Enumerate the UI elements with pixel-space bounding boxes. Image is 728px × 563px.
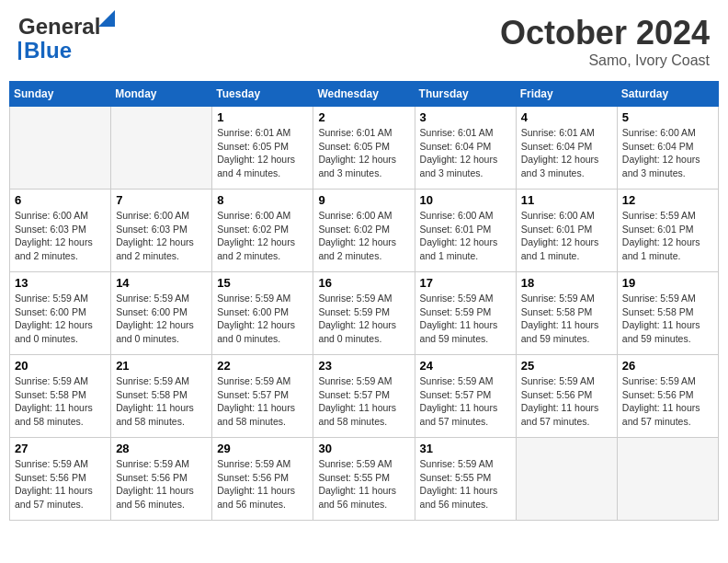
day-number: 23 bbox=[318, 359, 409, 373]
day-info: Sunrise: 6:00 AM Sunset: 6:04 PM Dayligh… bbox=[622, 126, 713, 180]
calendar-cell: 8Sunrise: 6:00 AM Sunset: 6:02 PM Daylig… bbox=[212, 190, 313, 272]
day-number: 26 bbox=[622, 359, 713, 373]
day-info: Sunrise: 6:00 AM Sunset: 6:02 PM Dayligh… bbox=[217, 209, 308, 263]
day-number: 9 bbox=[318, 193, 409, 207]
calendar-cell: 24Sunrise: 5:59 AM Sunset: 5:57 PM Dayli… bbox=[415, 355, 516, 438]
day-number: 11 bbox=[521, 193, 612, 207]
calendar-cell: 9Sunrise: 6:00 AM Sunset: 6:02 PM Daylig… bbox=[313, 190, 415, 272]
day-info: Sunrise: 5:59 AM Sunset: 5:56 PM Dayligh… bbox=[217, 457, 308, 511]
calendar-cell: 15Sunrise: 5:59 AM Sunset: 6:00 PM Dayli… bbox=[212, 272, 313, 355]
title-area: October 2024 Samo, Ivory Coast bbox=[500, 14, 710, 69]
day-number: 27 bbox=[15, 442, 106, 455]
weekday-header-monday: Monday bbox=[111, 82, 212, 107]
day-number: 22 bbox=[217, 359, 308, 373]
day-info: Sunrise: 5:59 AM Sunset: 5:55 PM Dayligh… bbox=[318, 457, 409, 511]
calendar-cell: 5Sunrise: 6:00 AM Sunset: 6:04 PM Daylig… bbox=[617, 107, 718, 190]
calendar-cell: 14Sunrise: 5:59 AM Sunset: 6:00 PM Dayli… bbox=[111, 272, 212, 355]
logo-bar bbox=[18, 41, 21, 60]
day-number: 16 bbox=[318, 276, 409, 290]
calendar-cell bbox=[10, 107, 111, 190]
day-info: Sunrise: 5:59 AM Sunset: 5:58 PM Dayligh… bbox=[15, 374, 106, 429]
day-number: 24 bbox=[420, 359, 511, 373]
day-number: 18 bbox=[521, 276, 612, 290]
day-number: 13 bbox=[15, 276, 106, 290]
calendar-cell: 1Sunrise: 6:01 AM Sunset: 6:05 PM Daylig… bbox=[212, 107, 313, 190]
day-number: 31 bbox=[420, 442, 511, 455]
calendar-cell: 10Sunrise: 6:00 AM Sunset: 6:01 PM Dayli… bbox=[415, 190, 516, 272]
day-info: Sunrise: 5:59 AM Sunset: 5:56 PM Dayligh… bbox=[521, 374, 612, 429]
day-number: 17 bbox=[420, 276, 511, 290]
calendar-cell: 6Sunrise: 6:00 AM Sunset: 6:03 PM Daylig… bbox=[10, 190, 111, 272]
location: Samo, Ivory Coast bbox=[500, 52, 710, 69]
weekday-header-thursday: Thursday bbox=[415, 82, 516, 107]
day-info: Sunrise: 5:59 AM Sunset: 5:56 PM Dayligh… bbox=[622, 374, 713, 429]
day-info: Sunrise: 5:59 AM Sunset: 6:00 PM Dayligh… bbox=[116, 292, 207, 346]
week-row-3: 13Sunrise: 5:59 AM Sunset: 6:00 PM Dayli… bbox=[10, 272, 719, 355]
day-info: Sunrise: 6:00 AM Sunset: 6:01 PM Dayligh… bbox=[420, 209, 511, 263]
day-number: 20 bbox=[15, 359, 106, 373]
day-info: Sunrise: 6:01 AM Sunset: 6:05 PM Dayligh… bbox=[318, 126, 409, 180]
day-number: 5 bbox=[622, 110, 713, 124]
day-number: 2 bbox=[318, 110, 409, 124]
calendar-cell: 16Sunrise: 5:59 AM Sunset: 5:59 PM Dayli… bbox=[313, 272, 415, 355]
calendar-cell bbox=[516, 438, 617, 521]
calendar-table: SundayMondayTuesdayWednesdayThursdayFrid… bbox=[9, 81, 719, 521]
day-number: 25 bbox=[521, 359, 612, 373]
day-info: Sunrise: 5:59 AM Sunset: 5:59 PM Dayligh… bbox=[318, 292, 409, 346]
day-info: Sunrise: 5:59 AM Sunset: 5:55 PM Dayligh… bbox=[420, 457, 511, 511]
day-info: Sunrise: 6:00 AM Sunset: 6:02 PM Dayligh… bbox=[318, 209, 409, 263]
day-number: 10 bbox=[420, 193, 511, 207]
day-info: Sunrise: 5:59 AM Sunset: 5:58 PM Dayligh… bbox=[622, 292, 713, 346]
calendar-cell: 31Sunrise: 5:59 AM Sunset: 5:55 PM Dayli… bbox=[415, 438, 516, 521]
logo-arrow-icon bbox=[98, 10, 115, 27]
day-number: 12 bbox=[622, 193, 713, 207]
day-info: Sunrise: 6:01 AM Sunset: 6:04 PM Dayligh… bbox=[521, 126, 612, 180]
day-info: Sunrise: 6:00 AM Sunset: 6:03 PM Dayligh… bbox=[116, 209, 207, 263]
calendar-cell: 29Sunrise: 5:59 AM Sunset: 5:56 PM Dayli… bbox=[212, 438, 313, 521]
calendar-cell: 11Sunrise: 6:00 AM Sunset: 6:01 PM Dayli… bbox=[516, 190, 617, 272]
calendar-cell: 22Sunrise: 5:59 AM Sunset: 5:57 PM Dayli… bbox=[212, 355, 313, 438]
week-row-4: 20Sunrise: 5:59 AM Sunset: 5:58 PM Dayli… bbox=[10, 355, 719, 438]
day-info: Sunrise: 5:59 AM Sunset: 5:57 PM Dayligh… bbox=[217, 374, 308, 429]
day-number: 3 bbox=[420, 110, 511, 124]
day-number: 14 bbox=[116, 276, 207, 290]
day-number: 30 bbox=[318, 442, 409, 455]
page-header: General Blue October 2024 Samo, Ivory Co… bbox=[9, 9, 719, 74]
day-info: Sunrise: 5:59 AM Sunset: 5:57 PM Dayligh… bbox=[318, 374, 409, 429]
day-number: 7 bbox=[116, 193, 207, 207]
day-info: Sunrise: 5:59 AM Sunset: 6:00 PM Dayligh… bbox=[15, 292, 106, 346]
day-info: Sunrise: 5:59 AM Sunset: 6:00 PM Dayligh… bbox=[217, 292, 308, 346]
day-number: 1 bbox=[217, 110, 308, 124]
logo-general: General bbox=[18, 14, 100, 39]
calendar-cell bbox=[617, 438, 718, 521]
day-info: Sunrise: 6:01 AM Sunset: 6:05 PM Dayligh… bbox=[217, 126, 308, 180]
day-info: Sunrise: 5:59 AM Sunset: 5:57 PM Dayligh… bbox=[420, 374, 511, 429]
day-number: 6 bbox=[15, 193, 106, 207]
calendar-cell: 12Sunrise: 5:59 AM Sunset: 6:01 PM Dayli… bbox=[617, 190, 718, 272]
weekday-header-saturday: Saturday bbox=[617, 82, 718, 107]
calendar-cell: 13Sunrise: 5:59 AM Sunset: 6:00 PM Dayli… bbox=[10, 272, 111, 355]
day-info: Sunrise: 6:01 AM Sunset: 6:04 PM Dayligh… bbox=[420, 126, 511, 180]
weekday-header-friday: Friday bbox=[516, 82, 617, 107]
calendar-cell: 18Sunrise: 5:59 AM Sunset: 5:58 PM Dayli… bbox=[516, 272, 617, 355]
logo-blue: Blue bbox=[24, 38, 72, 63]
calendar-cell: 21Sunrise: 5:59 AM Sunset: 5:58 PM Dayli… bbox=[111, 355, 212, 438]
day-info: Sunrise: 6:00 AM Sunset: 6:01 PM Dayligh… bbox=[521, 209, 612, 263]
day-info: Sunrise: 5:59 AM Sunset: 5:56 PM Dayligh… bbox=[116, 457, 207, 511]
calendar-cell: 7Sunrise: 6:00 AM Sunset: 6:03 PM Daylig… bbox=[111, 190, 212, 272]
calendar-cell: 28Sunrise: 5:59 AM Sunset: 5:56 PM Dayli… bbox=[111, 438, 212, 521]
calendar-cell: 4Sunrise: 6:01 AM Sunset: 6:04 PM Daylig… bbox=[516, 107, 617, 190]
day-number: 29 bbox=[217, 442, 308, 455]
weekday-header-wednesday: Wednesday bbox=[313, 82, 415, 107]
day-number: 21 bbox=[116, 359, 207, 373]
calendar-cell: 30Sunrise: 5:59 AM Sunset: 5:55 PM Dayli… bbox=[313, 438, 415, 521]
day-info: Sunrise: 6:00 AM Sunset: 6:03 PM Dayligh… bbox=[15, 209, 106, 263]
calendar-cell: 23Sunrise: 5:59 AM Sunset: 5:57 PM Dayli… bbox=[313, 355, 415, 438]
day-info: Sunrise: 5:59 AM Sunset: 5:58 PM Dayligh… bbox=[116, 374, 207, 429]
calendar-cell: 17Sunrise: 5:59 AM Sunset: 5:59 PM Dayli… bbox=[415, 272, 516, 355]
calendar-cell: 2Sunrise: 6:01 AM Sunset: 6:05 PM Daylig… bbox=[313, 107, 415, 190]
weekday-header-tuesday: Tuesday bbox=[212, 82, 313, 107]
day-info: Sunrise: 5:59 AM Sunset: 5:56 PM Dayligh… bbox=[15, 457, 106, 511]
calendar-cell: 25Sunrise: 5:59 AM Sunset: 5:56 PM Dayli… bbox=[516, 355, 617, 438]
day-number: 8 bbox=[217, 193, 308, 207]
